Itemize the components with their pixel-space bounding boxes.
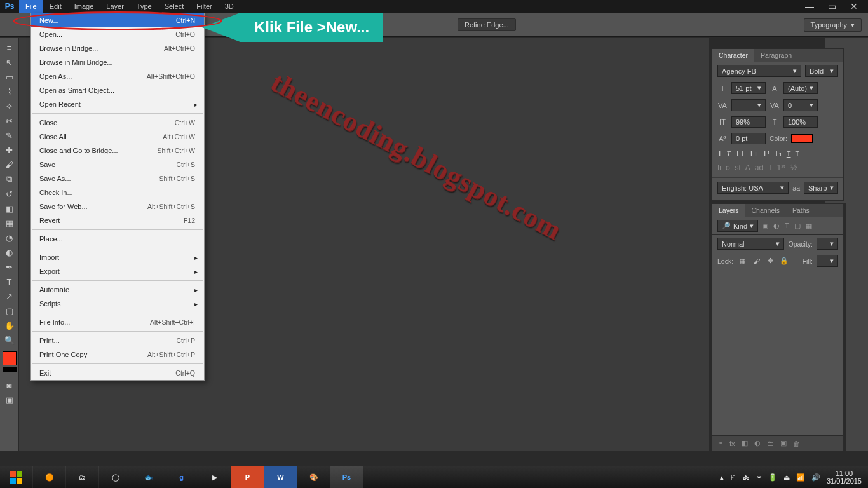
wand-tool-icon[interactable]: ✧: [1, 99, 18, 113]
group-icon[interactable]: 🗀: [767, 440, 774, 447]
menu-item-import[interactable]: Import: [31, 250, 204, 264]
marquee-tool-icon[interactable]: ▭: [1, 70, 18, 84]
adjustment-layer-icon[interactable]: ◐: [754, 439, 761, 447]
menu-item-file-info[interactable]: File Info...Alt+Shift+Ctrl+I: [31, 315, 204, 329]
bold-button[interactable]: T: [717, 149, 722, 158]
tab-character[interactable]: Character: [712, 49, 754, 62]
menu-item-save-for-web[interactable]: Save for Web...Alt+Shift+Ctrl+S: [31, 200, 204, 214]
layer-mask-icon[interactable]: ◧: [742, 439, 748, 447]
tray-clock[interactable]: 11:00 31/01/2015: [827, 470, 862, 485]
screenmode-icon[interactable]: ▣: [1, 393, 18, 407]
filter-shape-icon[interactable]: ▢: [794, 222, 801, 230]
lock-all-icon[interactable]: 🔒: [779, 257, 789, 265]
stamp-tool-icon[interactable]: ⧉: [1, 172, 18, 186]
allcaps-button[interactable]: TT: [735, 149, 745, 158]
minimize-icon[interactable]: —: [805, 1, 814, 11]
font-size-input[interactable]: 51 pt▾: [731, 82, 766, 94]
menu-item-save[interactable]: SaveCtrl+S: [31, 158, 204, 172]
layer-kind-filter[interactable]: 🔎Kind▾: [717, 220, 758, 232]
taskbar-powerpoint[interactable]: P: [231, 466, 264, 488]
taskbar-google[interactable]: g: [165, 466, 198, 488]
menu-item-open-as[interactable]: Open As...Alt+Shift+Ctrl+O: [31, 69, 204, 83]
menu-item-open-as-smart-object[interactable]: Open as Smart Object...: [31, 83, 204, 97]
taskbar-app-2[interactable]: 🐟: [132, 466, 165, 488]
menu-item-close-and-go-to-bridge[interactable]: Close and Go to Bridge...Shift+Ctrl+W: [31, 144, 204, 158]
layer-fx-icon[interactable]: fx: [729, 440, 735, 447]
move-tool-icon[interactable]: ↖: [1, 55, 18, 69]
tab-paragraph[interactable]: Paragraph: [754, 49, 798, 62]
tray-arrow-icon[interactable]: ▴: [720, 473, 724, 482]
filter-type-icon[interactable]: T: [785, 222, 789, 230]
font-style-select[interactable]: Bold▾: [805, 65, 838, 77]
menu-item-exit[interactable]: ExitCtrl+Q: [31, 366, 204, 380]
type-tool-icon[interactable]: T: [1, 274, 18, 288]
opentype-fi[interactable]: fi: [717, 163, 721, 172]
italic-button[interactable]: T: [726, 149, 731, 158]
eraser-tool-icon[interactable]: ◧: [1, 201, 18, 215]
underline-button[interactable]: T: [787, 149, 791, 158]
opentype-T[interactable]: T: [768, 163, 772, 172]
menu-type[interactable]: Type: [130, 0, 158, 13]
menu-item-print[interactable]: Print...Ctrl+P: [31, 334, 204, 348]
link-layers-icon[interactable]: ⚭: [717, 439, 723, 447]
close-icon[interactable]: ✕: [850, 1, 858, 11]
shape-tool-icon[interactable]: ▢: [1, 304, 18, 318]
vscale-input[interactable]: 99%: [731, 116, 766, 128]
language-select[interactable]: English: USA▾: [717, 182, 789, 194]
opentype-st[interactable]: st: [735, 163, 740, 172]
lock-transparency-icon[interactable]: ▦: [737, 257, 747, 265]
superscript-button[interactable]: T¹: [763, 149, 770, 158]
restore-icon[interactable]: ▭: [828, 1, 836, 11]
menu-item-automate[interactable]: Automate: [31, 283, 204, 297]
menu-select[interactable]: Select: [158, 0, 191, 13]
taskbar-chrome[interactable]: ◯: [99, 466, 132, 488]
menu-item-close[interactable]: CloseCtrl+W: [31, 116, 204, 130]
refine-edge-button[interactable]: Refine Edge...: [458, 18, 516, 31]
crop-tool-icon[interactable]: ✂: [1, 114, 18, 128]
menu-item-print-one-copy[interactable]: Print One CopyAlt+Shift+Ctrl+P: [31, 348, 204, 362]
opentype-1st[interactable]: 1ˢᵗ: [776, 163, 786, 172]
menu-item-browse-in-mini-bridge[interactable]: Browse in Mini Bridge...: [31, 55, 204, 69]
menu-item-revert[interactable]: RevertF12: [31, 214, 204, 227]
tray-wifi-icon[interactable]: 📶: [796, 473, 805, 482]
menu-item-export[interactable]: Export: [31, 264, 204, 278]
antialias-select[interactable]: Sharp▾: [804, 182, 838, 194]
kerning-input[interactable]: ▾: [731, 99, 766, 111]
trash-icon[interactable]: 🗑: [793, 440, 800, 447]
menu-item-check-in[interactable]: Check In...: [31, 186, 204, 200]
tray-battery-icon[interactable]: 🔋: [768, 473, 777, 482]
eyedropper-tool-icon[interactable]: ✎: [1, 128, 18, 142]
taskbar-word[interactable]: W: [264, 466, 297, 488]
quickmask-icon[interactable]: ◙: [1, 378, 18, 392]
tab-channels[interactable]: Channels: [745, 204, 786, 217]
subscript-button[interactable]: T₁: [774, 149, 782, 158]
tray-safely-remove-icon[interactable]: ⏏: [783, 473, 790, 482]
opentype-sigma[interactable]: σ: [726, 163, 730, 172]
menu-3d[interactable]: 3D: [219, 0, 240, 13]
hscale-input[interactable]: 100%: [783, 116, 818, 128]
workspace-selector[interactable]: Typography▾: [804, 18, 862, 32]
gradient-tool-icon[interactable]: ▦: [1, 216, 18, 230]
opentype-ad[interactable]: ad: [755, 163, 763, 172]
filter-pixel-icon[interactable]: ▣: [762, 222, 768, 230]
lock-position-icon[interactable]: ✥: [765, 257, 775, 265]
menu-item-browse-in-bridge[interactable]: Browse in Bridge...Alt+Ctrl+O: [31, 41, 204, 55]
opentype-A[interactable]: A: [745, 163, 750, 172]
baseline-input[interactable]: 0 pt: [731, 133, 766, 144]
smallcaps-button[interactable]: Tᴛ: [749, 149, 758, 158]
dodge-tool-icon[interactable]: ◐: [1, 245, 18, 259]
menu-item-scripts[interactable]: Scripts: [31, 297, 204, 311]
tool-collapse-icon[interactable]: ≡: [1, 41, 18, 55]
tray-network-icon[interactable]: 🖧: [743, 473, 750, 481]
taskbar-photoshop[interactable]: Ps: [330, 466, 363, 488]
pen-tool-icon[interactable]: ✒: [1, 260, 18, 274]
menu-item-new[interactable]: New...Ctrl+N: [31, 13, 204, 27]
leading-input[interactable]: (Auto)▾: [783, 82, 818, 94]
menu-file[interactable]: File: [19, 0, 43, 13]
taskbar-explorer[interactable]: 🗂: [66, 466, 99, 488]
tray-flag-icon[interactable]: ⚐: [730, 473, 736, 482]
background-color-swatch[interactable]: [3, 367, 17, 372]
menu-item-open[interactable]: Open...Ctrl+O: [31, 27, 204, 41]
healing-tool-icon[interactable]: ✚: [1, 143, 18, 157]
tab-layers[interactable]: Layers: [712, 204, 745, 217]
